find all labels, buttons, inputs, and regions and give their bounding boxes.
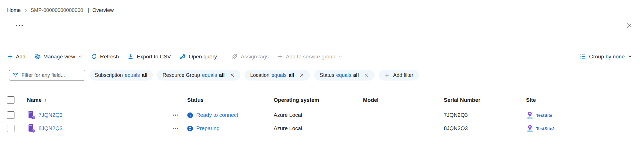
export-to-csv-button[interactable]: Export to CSV [123, 51, 175, 62]
gear-icon [34, 53, 41, 60]
breadcrumb-resource-name: SMP-00000000000000 [31, 7, 83, 13]
column-header-operating-system[interactable]: Operating system [274, 97, 363, 103]
add-label: Add [16, 54, 26, 59]
serial-number-value: 8JQN2Q3 [444, 125, 468, 132]
operating-system-value: Azure Local [274, 125, 302, 132]
manage-view-label: Manage view [43, 54, 75, 59]
toolbar-divider [0, 63, 644, 63]
azure-devices-overview-page: Home SMP-00000000000000 | Overview Add [0, 0, 644, 163]
status-link[interactable]: Preparing [196, 125, 219, 132]
column-header-name[interactable]: Name ↑ [27, 97, 187, 103]
add-button[interactable]: Add [3, 51, 30, 62]
remove-filter-button[interactable] [299, 72, 305, 78]
add-to-service-group-button[interactable]: Add to service group [273, 51, 347, 62]
filter-field: Resource Group [162, 72, 200, 78]
chevron-down-icon [79, 55, 82, 58]
close-button[interactable] [625, 22, 633, 29]
refresh-label: Refresh [100, 54, 119, 59]
site-link[interactable]: TestSite [536, 113, 552, 118]
manage-view-button[interactable]: Manage view [30, 51, 86, 62]
dismiss-x-icon [364, 73, 369, 77]
tag-icon [231, 53, 238, 60]
device-name-link[interactable]: 7JQN2Q3 [39, 112, 62, 118]
site-link[interactable]: TestSite2 [536, 126, 555, 131]
add-filter-button[interactable]: Add filter [379, 70, 419, 81]
plus-icon [7, 54, 13, 60]
filter-input-box [9, 70, 85, 81]
filter-value: all [353, 72, 359, 78]
status-link[interactable]: Ready to connect [196, 112, 238, 118]
more-options-button[interactable] [172, 127, 180, 130]
filter-operator: equals [271, 72, 286, 78]
column-header-model[interactable]: Model [363, 97, 444, 103]
column-header-site[interactable]: Site [526, 97, 644, 103]
filter-field: Status [320, 72, 334, 78]
select-row-checkbox[interactable] [7, 111, 14, 119]
breadcrumb-section-label: Overview [92, 7, 114, 13]
sync-status-icon [187, 126, 193, 132]
breadcrumb-home-link[interactable]: Home [7, 7, 21, 13]
more-options-button[interactable] [172, 113, 180, 117]
title-overflow-ellipsis-icon[interactable] [16, 25, 23, 26]
select-row-checkbox[interactable] [7, 125, 14, 132]
serial-number-value: 7JQN2Q3 [444, 112, 468, 118]
remove-filter-button[interactable] [364, 72, 369, 78]
plus-icon [384, 73, 390, 78]
device-server-icon [27, 110, 35, 120]
filter-value: all [288, 72, 294, 78]
flow-branch-icon [180, 53, 186, 60]
device-server-icon [27, 123, 35, 134]
site-map-pin-icon [526, 124, 534, 133]
filter-operator: equals [202, 72, 217, 78]
filter-bar: Subscription equals all Resource Group e… [9, 69, 419, 81]
filter-field: Location [250, 72, 269, 78]
filter-field: Subscription [95, 72, 123, 78]
group-by-button[interactable]: Group by none [575, 51, 636, 62]
toolbar-separator [224, 52, 224, 61]
plus-icon [277, 54, 283, 60]
filter-pill-status[interactable]: Status equals all [314, 70, 375, 81]
table-row: 8JQN2Q3 Preparing Azure Local [0, 122, 644, 135]
filter-input[interactable] [22, 72, 82, 78]
site-map-pin-icon [526, 111, 534, 119]
operating-system-value: Azure Local [274, 112, 302, 118]
command-bar: Add Manage view Refresh [3, 50, 636, 63]
column-header-status[interactable]: Status [187, 97, 274, 103]
dismiss-x-icon [230, 73, 235, 77]
filter-pill-location[interactable]: Location equals all [245, 70, 310, 81]
funnel-icon [12, 72, 19, 79]
device-name-link[interactable]: 8JQN2Q3 [39, 125, 62, 132]
filter-operator: equals [125, 72, 140, 78]
filter-pill-resource-group[interactable]: Resource Group equals all [157, 70, 240, 81]
select-all-checkbox[interactable] [7, 96, 14, 104]
assign-tags-label: Assign tags [241, 54, 269, 59]
download-icon [127, 53, 134, 60]
filter-operator: equals [336, 72, 351, 78]
remove-filter-button[interactable] [229, 72, 235, 78]
refresh-button[interactable]: Refresh [86, 51, 123, 62]
breadcrumb-pipe-divider: | [88, 7, 89, 13]
open-query-label: Open query [189, 54, 217, 59]
export-to-csv-label: Export to CSV [137, 54, 171, 59]
table-header-row: Name ↑ Status Operating system Model Ser… [0, 94, 644, 107]
dismiss-x-icon [299, 73, 304, 77]
breadcrumb: Home SMP-00000000000000 | Overview [7, 7, 114, 13]
grouped-list-icon [579, 53, 586, 60]
filter-value: all [142, 72, 147, 78]
assign-tags-button[interactable]: Assign tags [227, 51, 273, 62]
filter-pill-subscription[interactable]: Subscription equals all [89, 70, 153, 81]
group-by-label: Group by none [589, 54, 625, 59]
column-header-name-label: Name [27, 97, 42, 103]
column-header-serial-number[interactable]: Serial Number [444, 97, 526, 103]
close-icon [626, 22, 633, 29]
open-query-button[interactable]: Open query [175, 51, 221, 62]
chevron-down-icon [628, 55, 632, 58]
sort-ascending-icon: ↑ [44, 97, 47, 103]
add-filter-label: Add filter [393, 72, 413, 78]
chevron-down-icon [339, 55, 342, 58]
filter-value: all [219, 72, 225, 78]
add-to-service-group-label: Add to service group [286, 54, 335, 59]
refresh-icon [91, 53, 97, 60]
info-status-icon [187, 112, 193, 118]
table-row: 7JQN2Q3 Ready to connect Azure Local 7JQ… [0, 109, 644, 122]
